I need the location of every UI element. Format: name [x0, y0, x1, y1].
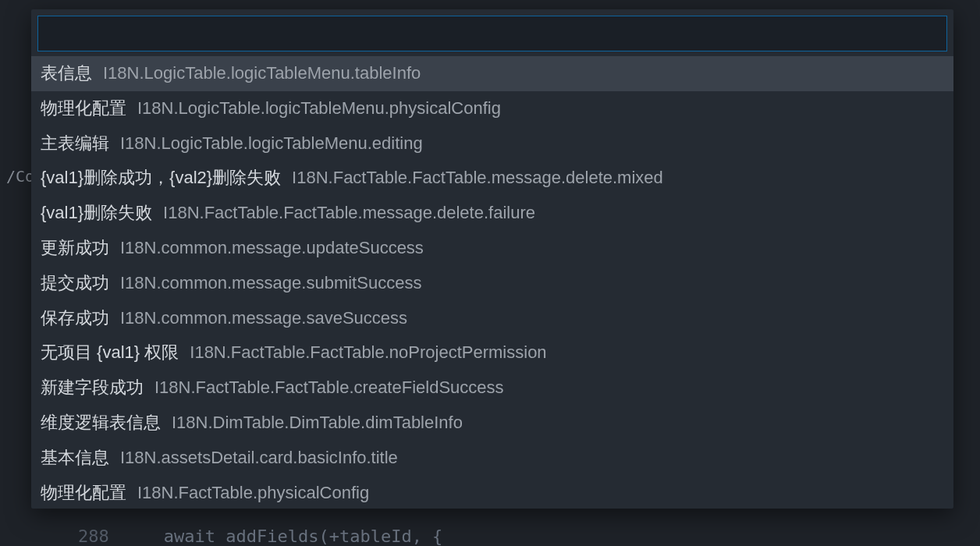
result-item[interactable]: 基本信息I18N.assetsDetail.card.basicInfo.tit… — [31, 441, 953, 476]
result-item[interactable]: 表信息I18N.LogicTable.logicTableMenu.tableI… — [31, 56, 953, 91]
quick-pick-panel: 表信息I18N.LogicTable.logicTableMenu.tableI… — [31, 9, 953, 509]
result-item[interactable]: {val1}删除成功，{val2}删除失败I18N.FactTable.Fact… — [31, 161, 953, 196]
result-item[interactable]: 提交成功I18N.common.message.submitSuccess — [31, 266, 953, 301]
result-key: I18N.FactTable.FactTable.noProjectPermis… — [190, 341, 546, 365]
result-item[interactable]: 更新成功I18N.common.message.updateSuccess — [31, 231, 953, 266]
result-key: I18N.common.message.submitSuccess — [120, 271, 421, 296]
result-label: 物理化配置 — [41, 481, 126, 505]
line-number: 288 — [78, 526, 109, 546]
result-key: I18N.DimTable.DimTable.dimTableInfo — [172, 411, 463, 435]
result-label: 维度逻辑表信息 — [41, 411, 161, 435]
result-item[interactable]: 物理化配置I18N.LogicTable.logicTableMenu.phys… — [31, 91, 953, 126]
search-input-wrapper — [31, 9, 953, 56]
result-label: 新建字段成功 — [41, 376, 144, 400]
result-label: 物理化配置 — [41, 97, 126, 121]
result-label: 提交成功 — [41, 271, 109, 296]
result-item[interactable]: 无项目 {val1} 权限I18N.FactTable.FactTable.no… — [31, 335, 953, 370]
result-label: 基本信息 — [41, 446, 109, 470]
result-item[interactable]: 主表编辑I18N.LogicTable.logicTableMenu.editi… — [31, 126, 953, 161]
result-label: {val1}删除失败 — [41, 201, 152, 225]
result-label: 主表编辑 — [41, 132, 109, 156]
result-item[interactable]: 维度逻辑表信息I18N.DimTable.DimTable.dimTableIn… — [31, 406, 953, 441]
result-key: I18N.FactTable.FactTable.createFieldSucc… — [154, 376, 504, 400]
result-key: I18N.LogicTable.logicTableMenu.physicalC… — [137, 97, 501, 121]
result-label: 更新成功 — [41, 236, 109, 261]
result-key: I18N.FactTable.FactTable.message.delete.… — [292, 166, 663, 190]
result-key: I18N.FactTable.FactTable.message.delete.… — [163, 201, 535, 225]
result-label: {val1}删除成功，{val2}删除失败 — [41, 166, 281, 190]
result-label: 保存成功 — [41, 307, 109, 331]
code-text: await addFields(+tableId, { — [164, 526, 443, 546]
result-item[interactable]: 物理化配置I18N.FactTable.physicalConfig — [31, 476, 953, 509]
search-input[interactable] — [37, 16, 947, 51]
result-key: I18N.LogicTable.logicTableMenu.tableInfo — [103, 62, 421, 86]
result-key: I18N.common.message.updateSuccess — [120, 236, 424, 261]
result-key: I18N.FactTable.physicalConfig — [137, 481, 369, 505]
result-key: I18N.common.message.saveSuccess — [120, 307, 407, 331]
code-line-288: 288 await addFields(+tableId, { — [78, 526, 442, 546]
result-item[interactable]: 保存成功I18N.common.message.saveSuccess — [31, 301, 953, 336]
results-list[interactable]: 表信息I18N.LogicTable.logicTableMenu.tableI… — [31, 56, 953, 509]
result-key: I18N.LogicTable.logicTableMenu.editing — [120, 132, 423, 156]
result-label: 无项目 {val1} 权限 — [41, 341, 179, 365]
result-item[interactable]: {val1}删除失败I18N.FactTable.FactTable.messa… — [31, 196, 953, 231]
result-item[interactable]: 新建字段成功I18N.FactTable.FactTable.createFie… — [31, 370, 953, 406]
result-label: 表信息 — [41, 62, 92, 86]
result-key: I18N.assetsDetail.card.basicInfo.title — [120, 446, 398, 470]
